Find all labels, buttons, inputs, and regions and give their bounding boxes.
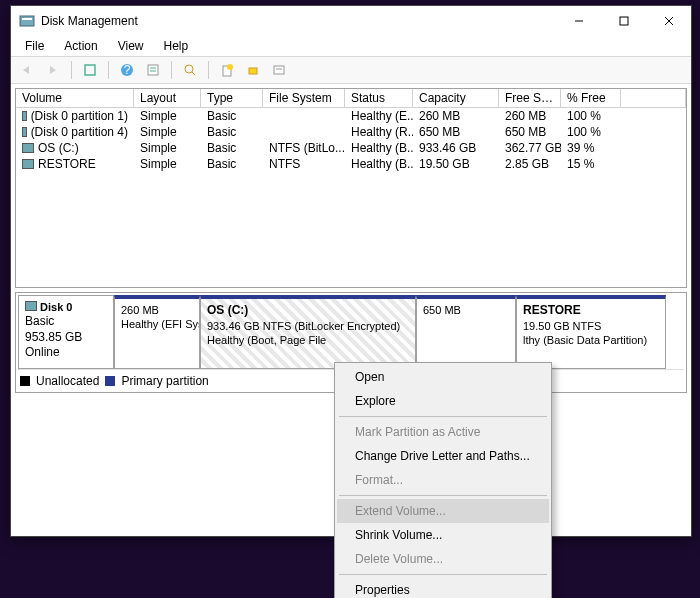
- menu-item-change-drive-letter-and-paths[interactable]: Change Drive Letter and Paths...: [337, 444, 549, 468]
- volume-icon: [22, 143, 34, 153]
- column-header[interactable]: Type: [201, 89, 263, 107]
- menu-help[interactable]: Help: [156, 37, 197, 55]
- refresh-icon[interactable]: [80, 60, 100, 80]
- table-row[interactable]: OS (C:)SimpleBasicNTFS (BitLo...Healthy …: [16, 140, 686, 156]
- titlebar[interactable]: Disk Management: [11, 6, 691, 36]
- disk-icon: [25, 301, 37, 311]
- menu-item-shrink-volume[interactable]: Shrink Volume...: [337, 523, 549, 547]
- window-title: Disk Management: [41, 14, 556, 28]
- column-header[interactable]: Capacity: [413, 89, 499, 107]
- menu-view[interactable]: View: [110, 37, 152, 55]
- menu-item-properties[interactable]: Properties: [337, 578, 549, 598]
- partition[interactable]: OS (C:)933.46 GB NTFS (BitLocker Encrypt…: [200, 295, 416, 369]
- table-row[interactable]: (Disk 0 partition 4)SimpleBasicHealthy (…: [16, 124, 686, 140]
- volume-icon: [22, 159, 34, 169]
- svg-text:?: ?: [124, 63, 131, 77]
- column-header[interactable]: % Free: [561, 89, 621, 107]
- menu-item-delete-volume: Delete Volume...: [337, 547, 549, 571]
- menubar: File Action View Help: [11, 36, 691, 56]
- new-icon[interactable]: [217, 60, 237, 80]
- minimize-button[interactable]: [556, 6, 601, 36]
- svg-rect-3: [620, 17, 628, 25]
- partition[interactable]: 260 MBHealthy (EFI Sys: [114, 295, 200, 369]
- volume-list[interactable]: VolumeLayoutTypeFile SystemStatusCapacit…: [15, 88, 687, 288]
- disk-label[interactable]: Disk 0 Basic 953.85 GB Online: [18, 295, 114, 369]
- column-header[interactable]: Free Spa...: [499, 89, 561, 107]
- column-header[interactable]: Layout: [134, 89, 201, 107]
- svg-rect-0: [20, 16, 34, 26]
- svg-rect-16: [249, 68, 257, 74]
- table-row[interactable]: RESTORESimpleBasicNTFSHealthy (B...19.50…: [16, 156, 686, 172]
- svg-rect-6: [85, 65, 95, 75]
- column-header[interactable]: Volume: [16, 89, 134, 107]
- help-icon[interactable]: ?: [117, 60, 137, 80]
- svg-rect-1: [22, 18, 32, 20]
- list-icon[interactable]: [269, 60, 289, 80]
- menu-item-format: Format...: [337, 468, 549, 492]
- partition[interactable]: RESTORE19.50 GB NTFSlthy (Basic Data Par…: [516, 295, 666, 369]
- primary-partition-swatch: [105, 376, 115, 386]
- svg-point-12: [185, 65, 193, 73]
- column-header[interactable]: Status: [345, 89, 413, 107]
- search-icon[interactable]: [180, 60, 200, 80]
- forward-button[interactable]: [43, 60, 63, 80]
- back-button[interactable]: [17, 60, 37, 80]
- volume-icon: [22, 127, 27, 137]
- column-header[interactable]: File System: [263, 89, 345, 107]
- partition[interactable]: 650 MB: [416, 295, 516, 369]
- volume-icon: [22, 111, 27, 121]
- attach-icon[interactable]: [243, 60, 263, 80]
- svg-rect-9: [148, 65, 158, 75]
- toolbar: ?: [11, 56, 691, 84]
- svg-line-13: [192, 72, 195, 75]
- unallocated-swatch: [20, 376, 30, 386]
- menu-item-explore[interactable]: Explore: [337, 389, 549, 413]
- menu-item-open[interactable]: Open: [337, 365, 549, 389]
- properties-icon[interactable]: [143, 60, 163, 80]
- table-row[interactable]: (Disk 0 partition 1)SimpleBasicHealthy (…: [16, 108, 686, 124]
- svg-point-15: [227, 64, 233, 70]
- menu-action[interactable]: Action: [56, 37, 105, 55]
- menu-file[interactable]: File: [17, 37, 52, 55]
- svg-rect-17: [274, 66, 284, 74]
- menu-item-extend-volume: Extend Volume...: [337, 499, 549, 523]
- maximize-button[interactable]: [601, 6, 646, 36]
- menu-item-mark-partition-as-active: Mark Partition as Active: [337, 420, 549, 444]
- close-button[interactable]: [646, 6, 691, 36]
- context-menu: OpenExploreMark Partition as ActiveChang…: [334, 362, 552, 598]
- app-icon: [19, 13, 35, 29]
